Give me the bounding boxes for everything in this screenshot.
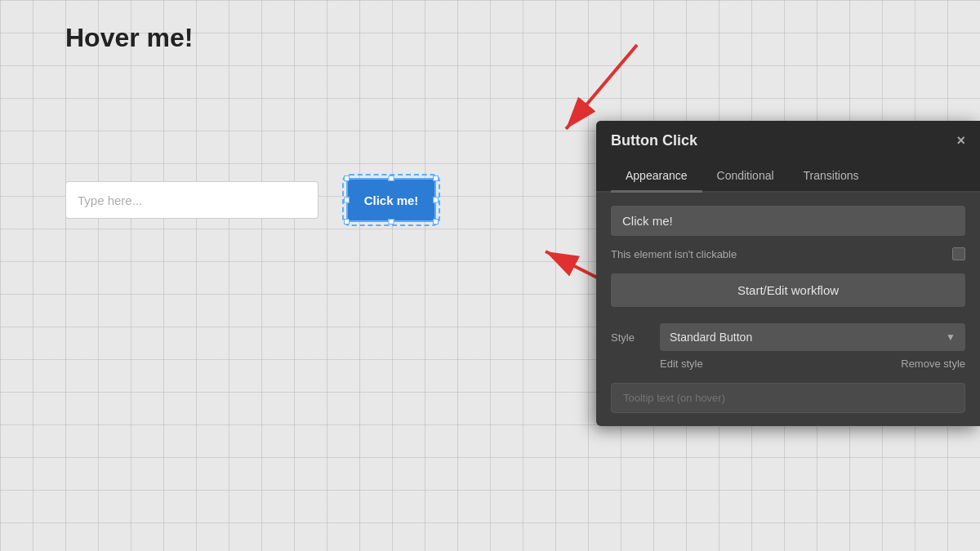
panel-header: Button Click × <box>596 121 980 161</box>
tab-appearance[interactable]: Appearance <box>611 161 702 193</box>
close-button[interactable]: × <box>956 132 965 149</box>
panel-body: This element isn't clickable Start/Edit … <box>596 193 980 426</box>
style-row: Style Standard Button ▼ <box>611 323 965 351</box>
tab-conditional[interactable]: Conditional <box>702 161 789 193</box>
style-select[interactable]: Standard Button ▼ <box>660 323 965 351</box>
style-links: Edit style Remove style <box>611 358 965 370</box>
handle-bl <box>344 219 350 224</box>
tab-transitions[interactable]: Transitions <box>789 161 874 193</box>
button-click-panel: Button Click × Appearance Conditional Tr… <box>596 121 980 426</box>
chevron-down-icon: ▼ <box>946 331 956 343</box>
panel-tabs: Appearance Conditional Transitions <box>596 161 980 193</box>
button-text-input[interactable] <box>611 206 965 236</box>
panel-title: Button Click <box>611 132 697 149</box>
handle-mr <box>433 198 439 203</box>
handle-bm <box>389 219 394 224</box>
edit-style-link[interactable]: Edit style <box>660 358 703 370</box>
not-clickable-row: This element isn't clickable <box>611 246 965 262</box>
text-input-placeholder: Type here... <box>78 193 142 207</box>
not-clickable-checkbox[interactable] <box>952 247 965 260</box>
not-clickable-label: This element isn't clickable <box>611 248 737 260</box>
canvas-text-input[interactable]: Type here... <box>65 181 318 219</box>
handle-ml <box>344 198 350 203</box>
tooltip-input[interactable] <box>611 383 965 413</box>
style-select-value: Standard Button <box>670 331 752 344</box>
handle-tl <box>344 176 350 181</box>
canvas-button-label: Click me! <box>364 193 419 207</box>
workflow-button[interactable]: Start/Edit workflow <box>611 273 965 307</box>
handle-tr <box>433 176 439 181</box>
remove-style-link[interactable]: Remove style <box>901 358 965 370</box>
canvas-title: Hover me! <box>65 23 194 53</box>
handle-br <box>433 219 439 224</box>
handle-tm <box>389 176 394 181</box>
canvas-button[interactable]: Click me! <box>346 178 436 222</box>
style-label: Style <box>611 331 652 344</box>
